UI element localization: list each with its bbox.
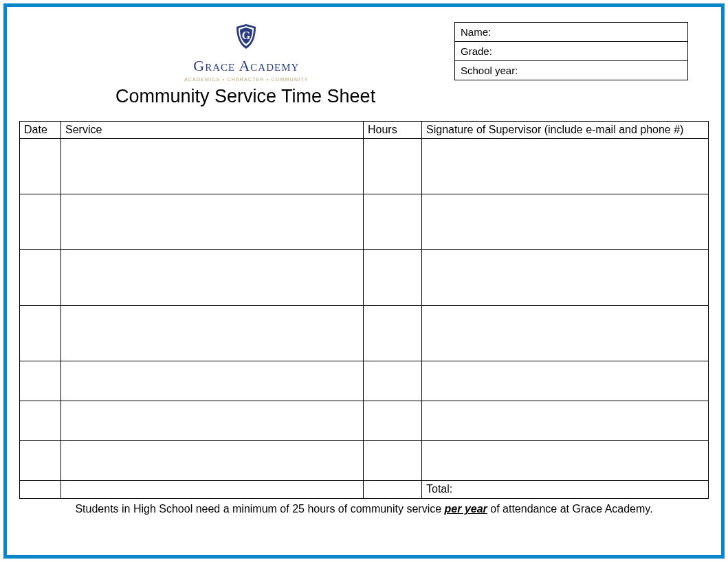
page-title: Community Service Time Sheet (115, 86, 709, 107)
cell-hours[interactable] (364, 441, 422, 481)
cell-date[interactable] (20, 194, 61, 250)
timesheet-table: Date Service Hours Signature of Supervis… (19, 121, 709, 499)
footnote-emphasis: per year (445, 503, 487, 515)
cell-signature[interactable] (422, 361, 709, 401)
shield-icon: G (234, 23, 258, 53)
cell-hours[interactable] (364, 361, 422, 401)
school-tagline: Academics • Character • Community (184, 77, 309, 82)
tagline-part: Academics (184, 77, 220, 82)
cell-service[interactable] (61, 139, 364, 194)
cell-date[interactable] (20, 306, 61, 361)
cell-date (20, 481, 61, 499)
table-row (20, 401, 709, 441)
header-hours: Hours (364, 122, 422, 139)
cell-hours[interactable] (364, 139, 422, 194)
cell-signature[interactable] (422, 250, 709, 306)
cell-signature[interactable] (422, 441, 709, 481)
cell-service[interactable] (61, 441, 364, 481)
table-row (20, 194, 709, 250)
table-row (20, 139, 709, 194)
school-year-field[interactable]: School year: (455, 61, 687, 80)
cell-date[interactable] (20, 139, 61, 194)
tagline-part: Community (272, 77, 309, 82)
cell-signature[interactable] (422, 306, 709, 361)
cell-hours[interactable] (364, 401, 422, 441)
cell-service[interactable] (61, 401, 364, 441)
cell-hours (364, 481, 422, 499)
cell-hours[interactable] (364, 306, 422, 361)
header-signature: Signature of Supervisor (include e-mail … (422, 122, 709, 139)
cell-date[interactable] (20, 250, 61, 306)
footnote-text: Students in High School need a minimum o… (75, 503, 444, 515)
grade-field[interactable]: Grade: (455, 42, 687, 61)
svg-text:G: G (242, 30, 251, 41)
cell-total[interactable]: Total: (422, 481, 709, 499)
cell-service[interactable] (61, 250, 364, 306)
footnote-text: of attendance at Grace Academy. (487, 503, 653, 515)
school-name: Grace Academy (184, 57, 309, 75)
cell-hours[interactable] (364, 194, 422, 250)
cell-service[interactable] (61, 306, 364, 361)
header-date: Date (20, 122, 61, 139)
document-frame: G Grace Academy Academics • Character • … (3, 3, 725, 559)
cell-service[interactable] (61, 361, 364, 401)
table-row (20, 250, 709, 306)
cell-service[interactable] (61, 194, 364, 250)
cell-date[interactable] (20, 441, 61, 481)
table-row (20, 441, 709, 481)
table-header-row: Date Service Hours Signature of Supervis… (20, 122, 709, 139)
table-total-row: Total: (20, 481, 709, 499)
cell-signature[interactable] (422, 401, 709, 441)
name-field[interactable]: Name: (455, 23, 687, 42)
cell-signature[interactable] (422, 194, 709, 250)
cell-signature[interactable] (422, 139, 709, 194)
cell-service (61, 481, 364, 499)
tagline-part: Character (227, 77, 264, 82)
cell-date[interactable] (20, 401, 61, 441)
header-service: Service (61, 122, 364, 139)
cell-hours[interactable] (364, 250, 422, 306)
footnote: Students in High School need a minimum o… (19, 503, 709, 515)
student-info-box: Name: Grade: School year: (454, 22, 688, 80)
table-row (20, 306, 709, 361)
logo-block: G Grace Academy Academics • Character • … (184, 23, 309, 82)
cell-date[interactable] (20, 361, 61, 401)
table-row (20, 361, 709, 401)
header-row: G Grace Academy Academics • Character • … (19, 19, 709, 82)
bullet-icon: • (267, 77, 272, 82)
